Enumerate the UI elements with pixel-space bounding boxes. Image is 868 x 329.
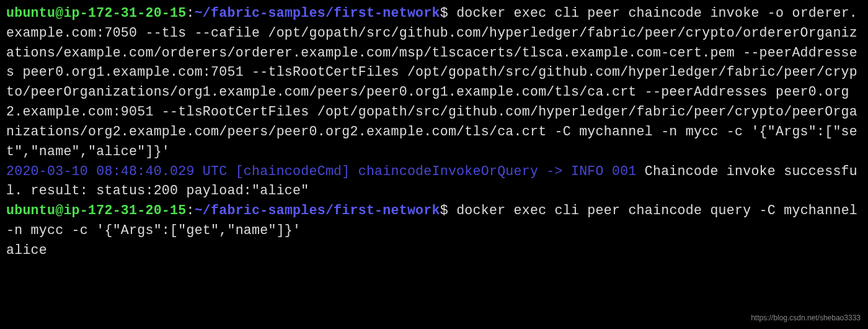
prompt-user-host-2: ubuntu@ip-172-31-20-15: [6, 203, 186, 218]
prompt-sep-2b: $: [440, 203, 448, 218]
prompt-user-host-1: ubuntu@ip-172-31-20-15: [6, 6, 186, 20]
prompt-cwd-1: ~/fabric-samples/first-network: [195, 6, 440, 20]
prompt-sep-1b: $: [440, 6, 448, 20]
command-1: docker exec cli peer chaincode invoke -o…: [6, 6, 857, 159]
query-output: alice: [6, 243, 47, 258]
prompt-cwd-2: ~/fabric-samples/first-network: [195, 203, 440, 218]
prompt-sep-2a: :: [186, 203, 194, 218]
log-info-prefix: 2020-03-10 08:48:40.029 UTC [chaincodeCm…: [6, 164, 637, 179]
prompt-sep-1a: :: [186, 6, 194, 20]
watermark-text: https://blog.csdn.net/shebao3333: [751, 313, 861, 324]
terminal-output: ubuntu@ip-172-31-20-15:~/fabric-samples/…: [6, 4, 862, 261]
